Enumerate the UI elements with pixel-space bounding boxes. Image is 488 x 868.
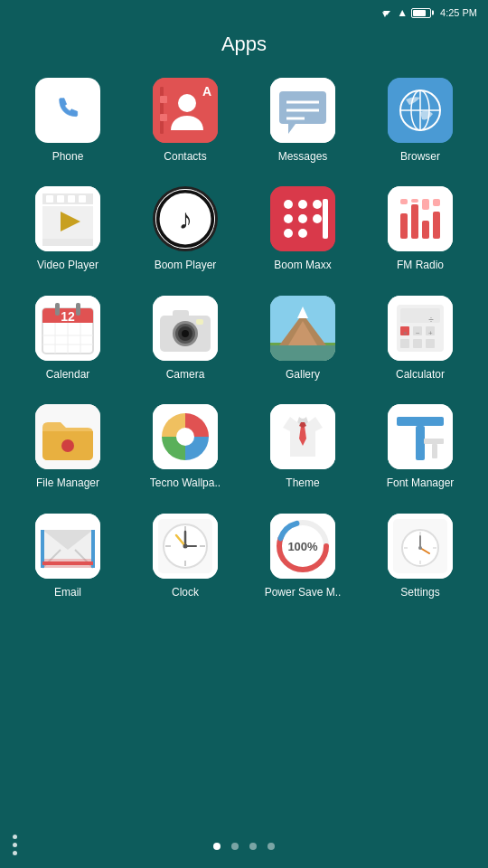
svg-rect-23 xyxy=(57,195,64,203)
svg-rect-87 xyxy=(426,339,435,348)
settings-icon xyxy=(388,514,453,579)
page-dot-3[interactable] xyxy=(249,843,257,850)
svg-rect-69 xyxy=(173,310,189,319)
svg-text:▼: ▼ xyxy=(380,9,389,18)
app-camera[interactable]: Camera xyxy=(127,287,244,395)
svg-rect-101 xyxy=(432,444,437,458)
app-file-manager[interactable]: File Manager xyxy=(9,395,127,504)
app-tecno-wallpaper[interactable]: Tecno Wallpa.. xyxy=(127,395,244,504)
app-phone[interactable]: Phone xyxy=(9,69,127,177)
dot3 xyxy=(13,851,17,855)
svg-rect-56 xyxy=(55,303,60,316)
battery-icon xyxy=(411,8,431,18)
svg-point-36 xyxy=(284,214,293,223)
svg-rect-22 xyxy=(46,195,53,203)
calendar-label: Calendar xyxy=(46,368,90,381)
app-theme[interactable]: Theme xyxy=(244,395,361,504)
contacts-icon: A xyxy=(153,78,218,143)
svg-rect-57 xyxy=(76,303,80,316)
app-video-player[interactable]: Video Player xyxy=(9,177,127,286)
svg-rect-100 xyxy=(424,439,444,444)
svg-text:12: 12 xyxy=(61,309,75,324)
svg-text:A: A xyxy=(202,84,211,99)
svg-rect-98 xyxy=(397,417,444,426)
svg-rect-41 xyxy=(323,199,328,239)
app-calculator[interactable]: ÷ × − + Calculator xyxy=(361,287,479,395)
camera-label: Camera xyxy=(166,368,205,381)
boom-maxx-label: Boom Maxx xyxy=(274,259,331,271)
svg-rect-25 xyxy=(79,195,86,203)
calendar-icon: 12 xyxy=(35,296,100,361)
app-messages[interactable]: Messages xyxy=(244,69,361,177)
theme-label: Theme xyxy=(286,476,319,489)
status-bar: ▼ ▲ 4:25 PM xyxy=(0,0,488,25)
app-contacts[interactable]: A Contacts xyxy=(127,69,244,177)
app-boom-maxx[interactable]: Boom Maxx xyxy=(244,177,361,286)
svg-rect-48 xyxy=(411,199,418,203)
svg-rect-44 xyxy=(411,204,418,239)
svg-text:−: − xyxy=(416,329,420,337)
app-font-manager[interactable]: Font Manager xyxy=(361,395,479,504)
signal-icon: ▲ xyxy=(397,6,408,19)
contacts-label: Contacts xyxy=(164,150,206,163)
app-browser[interactable]: Browser xyxy=(361,69,479,177)
app-email[interactable]: Email xyxy=(9,505,127,613)
fm-radio-label: FM Radio xyxy=(397,259,444,271)
svg-rect-85 xyxy=(400,339,409,348)
browser-label: Browser xyxy=(400,150,440,163)
file-manager-label: File Manager xyxy=(36,476,99,489)
app-fm-radio[interactable]: FM Radio xyxy=(361,177,479,286)
svg-point-39 xyxy=(284,229,293,238)
font-manager-icon xyxy=(388,404,453,469)
page-dot-1[interactable] xyxy=(213,843,221,850)
app-power-save[interactable]: 100% Power Save M.. xyxy=(244,505,361,613)
wifi-icon: ▼ xyxy=(380,5,393,20)
messages-label: Messages xyxy=(278,150,328,163)
svg-point-35 xyxy=(313,200,322,209)
svg-rect-43 xyxy=(400,213,408,239)
svg-rect-28 xyxy=(42,239,93,246)
app-clock[interactable]: Clock xyxy=(127,505,244,613)
clock-label: Clock xyxy=(172,586,199,599)
tecno-wallpaper-icon xyxy=(153,404,218,469)
fm-radio-icon xyxy=(388,186,453,251)
svg-point-34 xyxy=(298,200,307,209)
svg-rect-24 xyxy=(68,195,75,203)
email-icon xyxy=(35,514,100,579)
apps-grid: Phone A Contacts xyxy=(0,69,488,613)
boom-maxx-icon xyxy=(270,186,335,251)
messages-icon xyxy=(270,78,335,143)
page-dot-4[interactable] xyxy=(267,843,275,850)
app-boom-player[interactable]: ♪ Boom Player xyxy=(127,177,244,286)
svg-rect-77 xyxy=(270,345,335,361)
page-title: Apps xyxy=(0,25,488,69)
app-gallery[interactable]: Gallery xyxy=(244,287,361,395)
svg-point-68 xyxy=(182,330,189,337)
svg-rect-70 xyxy=(196,319,203,325)
svg-point-40 xyxy=(298,229,307,238)
app-calendar[interactable]: 12 Calendar xyxy=(9,287,127,395)
email-label: Email xyxy=(54,586,81,599)
gallery-icon xyxy=(270,296,335,361)
power-save-label: Power Save M.. xyxy=(265,586,342,599)
svg-point-33 xyxy=(284,200,293,209)
svg-rect-6 xyxy=(160,114,167,121)
svg-point-38 xyxy=(313,214,322,223)
app-settings[interactable]: Settings xyxy=(361,505,479,613)
page-dot-2[interactable] xyxy=(231,843,239,850)
svg-rect-46 xyxy=(433,212,440,239)
font-manager-label: Font Manager xyxy=(387,476,455,489)
theme-icon xyxy=(270,404,335,469)
svg-point-7 xyxy=(178,94,196,112)
settings-label: Settings xyxy=(400,586,439,599)
svg-text:÷: ÷ xyxy=(428,315,434,325)
pagination-dots xyxy=(0,843,488,850)
svg-point-119 xyxy=(183,543,188,548)
camera-icon xyxy=(153,296,218,361)
svg-point-37 xyxy=(298,214,307,223)
phone-icon xyxy=(35,78,100,143)
phone-label: Phone xyxy=(52,150,84,163)
calculator-label: Calculator xyxy=(396,368,445,381)
svg-point-93 xyxy=(61,439,74,452)
svg-rect-5 xyxy=(160,96,167,103)
